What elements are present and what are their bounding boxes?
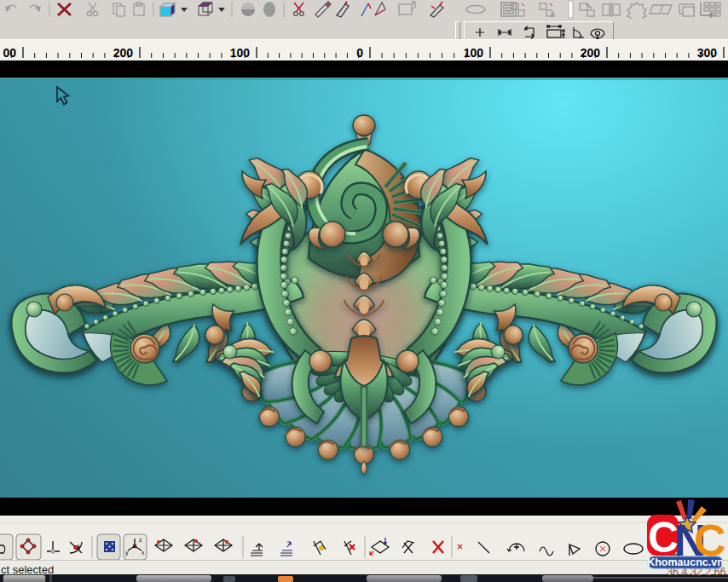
svg-text:x: x: [142, 550, 145, 556]
svg-text:0: 0: [356, 46, 363, 60]
svg-text:Khomaucnc.vn: Khomaucnc.vn: [647, 556, 724, 568]
svg-text:y: y: [125, 550, 129, 556]
svg-text:z: z: [139, 537, 142, 543]
svg-text:00: 00: [3, 46, 16, 60]
